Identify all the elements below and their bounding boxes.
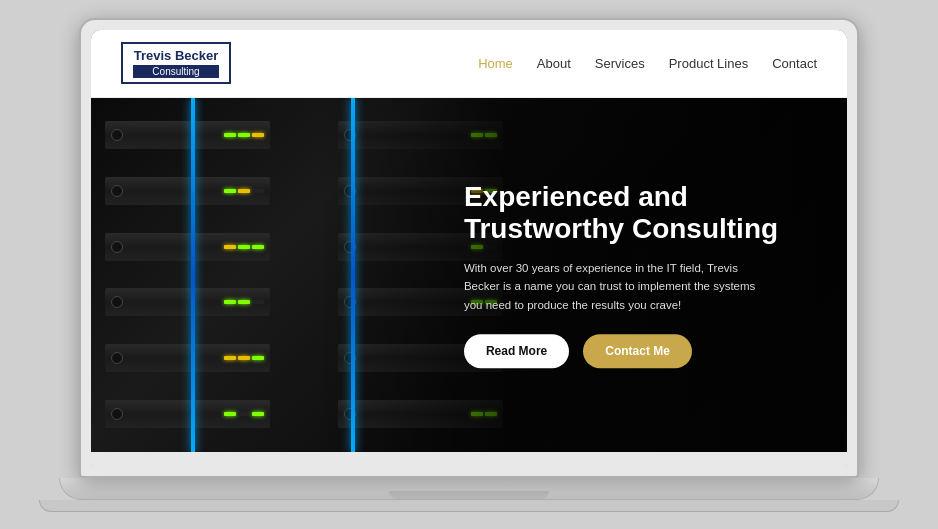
- hero-buttons: Read More Contact Me: [464, 334, 817, 368]
- contact-me-button[interactable]: Contact Me: [583, 334, 692, 368]
- nav-product-lines[interactable]: Product Lines: [669, 56, 749, 71]
- hero-section: Experienced and Trustworthy Consulting W…: [91, 98, 847, 452]
- laptop-wrapper: Trevis Becker Consulting Home About Serv…: [0, 0, 938, 529]
- read-more-button[interactable]: Read More: [464, 334, 569, 368]
- site-nav: Home About Services Product Lines Contac…: [478, 56, 817, 71]
- nav-contact[interactable]: Contact: [772, 56, 817, 71]
- laptop-screen-bezel: Trevis Becker Consulting Home About Serv…: [91, 30, 847, 466]
- hero-description: With over 30 years of experience in the …: [464, 259, 774, 314]
- hero-title: Experienced and Trustworthy Consulting: [464, 181, 817, 245]
- nav-about[interactable]: About: [537, 56, 571, 71]
- site-footer-bar: [91, 452, 847, 466]
- website: Trevis Becker Consulting Home About Serv…: [91, 30, 847, 466]
- nav-home[interactable]: Home: [478, 56, 513, 71]
- laptop-feet: [39, 500, 899, 512]
- hero-content: Experienced and Trustworthy Consulting W…: [454, 161, 847, 389]
- laptop-screen-outer: Trevis Becker Consulting Home About Serv…: [79, 18, 859, 478]
- logo-subtitle: Consulting: [133, 65, 219, 78]
- logo-name: Trevis Becker: [133, 48, 219, 64]
- blue-stripe-2: [351, 98, 355, 452]
- blue-stripe-1: [191, 98, 195, 452]
- site-header: Trevis Becker Consulting Home About Serv…: [91, 30, 847, 98]
- laptop-base: [59, 478, 879, 500]
- logo[interactable]: Trevis Becker Consulting: [121, 42, 231, 85]
- nav-services[interactable]: Services: [595, 56, 645, 71]
